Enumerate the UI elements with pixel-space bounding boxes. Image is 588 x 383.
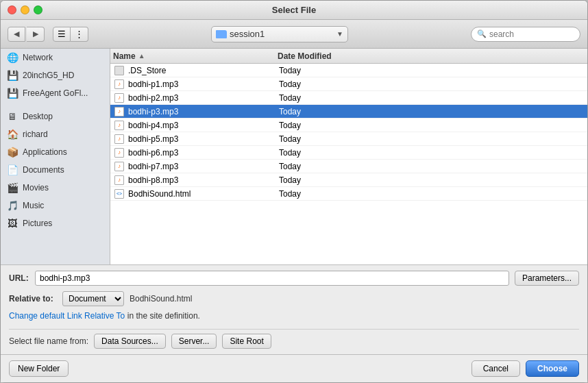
- server-button[interactable]: Server...: [171, 334, 217, 349]
- relative-to-label: Relative to:: [9, 294, 57, 304]
- close-button[interactable]: [8, 5, 16, 14]
- file-panel: Name ▲ Date Modified .DS_Store Today ♪ b…: [110, 49, 587, 264]
- table-row[interactable]: <> BodhiSound.html Today: [110, 187, 587, 201]
- sidebar-item-freeagent[interactable]: 💾 FreeAgent GoFl...: [1, 84, 110, 102]
- file-name: BodhiSound.html: [128, 189, 279, 199]
- table-row[interactable]: .DS_Store Today: [110, 64, 587, 77]
- window-controls: [8, 5, 42, 14]
- sidebar-item-label: Documents: [23, 165, 64, 175]
- bottom-panel: URL: Parameters... Relative to: Document…: [1, 264, 587, 354]
- desktop-icon: 🖥: [6, 110, 19, 123]
- table-row[interactable]: ♪ bodhi-p6.mp3 Today: [110, 146, 587, 160]
- sidebar-item-hd[interactable]: 💾 20inchG5_HD: [1, 66, 110, 84]
- list-view-button[interactable]: ☰: [53, 27, 71, 42]
- column-view-button[interactable]: ⋮: [71, 27, 88, 42]
- sidebar-item-documents[interactable]: 📄 Documents: [1, 161, 110, 179]
- file-name: bodhi-p1.mp3: [128, 79, 279, 89]
- cancel-button[interactable]: Cancel: [471, 360, 520, 377]
- table-row[interactable]: ♪ bodhi-p5.mp3 Today: [110, 132, 587, 146]
- sidebar-item-music[interactable]: 🎵 Music: [1, 197, 110, 214]
- search-icon: 🔍: [477, 29, 487, 38]
- network-icon: 🌐: [6, 51, 19, 64]
- file-icon-container: <>: [113, 188, 125, 200]
- table-row[interactable]: ♪ bodhi-p3.mp3 Today: [110, 105, 587, 119]
- sidebar-item-label: 20inchG5_HD: [23, 71, 74, 80]
- table-row[interactable]: ♪ bodhi-p4.mp3 Today: [110, 119, 587, 132]
- table-row[interactable]: ♪ bodhi-p1.mp3 Today: [110, 77, 587, 91]
- file-icon-container: ♪: [113, 174, 125, 186]
- file-list: .DS_Store Today ♪ bodhi-p1.mp3 Today ♪ b…: [110, 64, 587, 264]
- file-name: bodhi-p8.mp3: [128, 175, 279, 185]
- file-date: Today: [279, 93, 585, 103]
- file-date: Today: [279, 66, 585, 75]
- file-icon: [114, 66, 124, 75]
- pictures-icon: 🖼: [6, 217, 19, 230]
- sidebar-item-movies[interactable]: 🎬 Movies: [1, 179, 110, 197]
- folder-icon: [216, 30, 227, 38]
- music-file-icon: ♪: [114, 107, 124, 116]
- toolbar: ◀ ▶ ☰ ⋮ session1 ▼ 🔍: [1, 20, 587, 49]
- music-file-icon: ♪: [114, 93, 124, 103]
- choose-button[interactable]: Choose: [526, 360, 579, 377]
- movies-icon: 🎬: [6, 182, 19, 194]
- relative-path-text: BodhiSound.html: [130, 294, 192, 304]
- music-file-icon: ♪: [114, 121, 124, 130]
- nav-buttons: ◀ ▶: [8, 27, 45, 42]
- sidebar-item-applications[interactable]: 📦 Applications: [1, 143, 110, 161]
- home-icon: 🏠: [6, 128, 19, 140]
- relative-to-select[interactable]: Document Site Root: [62, 291, 124, 306]
- change-link[interactable]: Change default Link Relative To: [9, 311, 125, 321]
- file-name: bodhi-p6.mp3: [128, 148, 279, 158]
- sidebar-item-network[interactable]: 🌐 Network: [1, 49, 110, 66]
- back-button[interactable]: ◀: [8, 27, 25, 42]
- search-input[interactable]: [489, 29, 574, 39]
- change-link-suffix: in the site definition.: [127, 311, 200, 321]
- site-root-button[interactable]: Site Root: [222, 334, 271, 349]
- harddisk-icon: 💾: [6, 69, 19, 82]
- sidebar-item-label: Network: [23, 53, 53, 62]
- sidebar-item-richard[interactable]: 🏠 richard: [1, 125, 110, 143]
- location-bar: session1 ▼: [94, 26, 465, 42]
- chevron-down-icon: ▼: [336, 30, 343, 38]
- file-date: Today: [279, 148, 585, 158]
- window-title: Select File: [272, 5, 316, 15]
- table-row[interactable]: ♪ bodhi-p2.mp3 Today: [110, 91, 587, 105]
- file-list-header: Name ▲ Date Modified: [110, 49, 587, 64]
- file-icon-container: ♪: [113, 133, 125, 145]
- forward-button[interactable]: ▶: [27, 27, 45, 42]
- sidebar-item-label: Applications: [23, 147, 67, 157]
- location-dropdown[interactable]: session1 ▼: [211, 26, 348, 42]
- music-file-icon: ♪: [114, 162, 124, 171]
- file-name: bodhi-p2.mp3: [128, 93, 279, 103]
- sidebar-item-label: Pictures: [23, 219, 52, 228]
- column-date-header[interactable]: Date Modified: [278, 51, 585, 61]
- file-icon-container: ♪: [113, 106, 125, 118]
- file-icon-container: ♪: [113, 160, 125, 173]
- sidebar-item-label: Movies: [23, 183, 49, 193]
- applications-icon: 📦: [6, 146, 19, 158]
- column-name-header[interactable]: Name ▲: [113, 51, 278, 61]
- select-file-dialog: Select File ◀ ▶ ☰ ⋮ session1 ▼ 🔍 🌐: [0, 0, 588, 383]
- parameters-button[interactable]: Parameters...: [515, 271, 579, 286]
- file-date: Today: [279, 107, 585, 116]
- drive-icon: 💾: [6, 87, 19, 99]
- table-row[interactable]: ♪ bodhi-p7.mp3 Today: [110, 160, 587, 173]
- file-name: bodhi-p5.mp3: [128, 134, 279, 144]
- footer-buttons: New Folder Cancel Choose: [1, 354, 587, 382]
- location-text: session1: [230, 29, 334, 39]
- data-sources-button[interactable]: Data Sources...: [94, 334, 166, 349]
- file-date: Today: [279, 189, 585, 199]
- new-folder-button[interactable]: New Folder: [9, 360, 69, 377]
- music-file-icon: ♪: [114, 148, 124, 158]
- sidebar-item-desktop[interactable]: 🖥 Desktop: [1, 108, 110, 125]
- minimize-button[interactable]: [21, 5, 29, 14]
- file-icon-container: [113, 64, 125, 77]
- sidebar-item-pictures[interactable]: 🖼 Pictures: [1, 214, 110, 232]
- table-row[interactable]: ♪ bodhi-p8.mp3 Today: [110, 173, 587, 187]
- documents-icon: 📄: [6, 164, 19, 176]
- file-icon-container: ♪: [113, 78, 125, 90]
- url-row: URL: Parameters...: [9, 271, 579, 286]
- search-box[interactable]: 🔍: [471, 27, 580, 42]
- url-input[interactable]: [35, 271, 509, 286]
- maximize-button[interactable]: [34, 5, 42, 14]
